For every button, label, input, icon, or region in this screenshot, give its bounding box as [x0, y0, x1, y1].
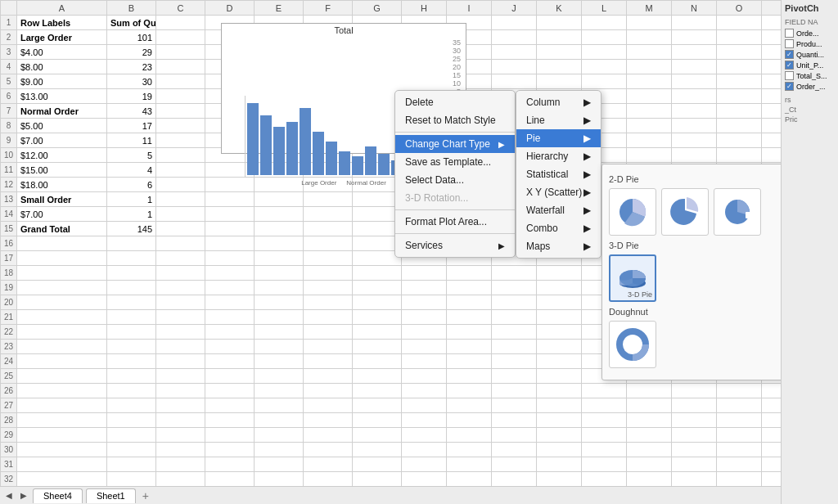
table-row[interactable]: 28 — [1, 413, 782, 428]
submenu-item-combo[interactable]: Combo ▶ — [516, 219, 601, 237]
cell-20-7[interactable] — [402, 295, 447, 310]
cell-30-9[interactable] — [492, 443, 537, 457]
cell-21-3[interactable] — [205, 310, 255, 325]
cell-23-8[interactable] — [447, 340, 492, 354]
cell-3-9[interactable] — [492, 45, 537, 60]
cell-28-5[interactable] — [304, 413, 353, 428]
field-item-5[interactable]: Order_... — [785, 82, 835, 91]
cell-24-0[interactable] — [17, 354, 107, 369]
cell-27-11[interactable] — [582, 398, 627, 413]
submenu-item-pie[interactable]: Pie ▶ — [516, 129, 601, 147]
cell-1-10[interactable] — [537, 16, 582, 30]
cell-7-15[interactable] — [762, 104, 782, 119]
field-item-1[interactable]: Produ... — [785, 39, 835, 48]
cell-31-3[interactable] — [205, 457, 255, 472]
cell-29-4[interactable] — [255, 428, 304, 443]
cell-1-0[interactable]: Row Labels — [17, 16, 107, 30]
cell-9-1[interactable]: 11 — [107, 133, 156, 148]
col-header-c[interactable]: C — [156, 1, 205, 16]
field-checkbox-4[interactable] — [785, 71, 794, 80]
cell-26-8[interactable] — [447, 384, 492, 398]
cell-5-14[interactable] — [717, 74, 762, 89]
cell-8-1[interactable]: 17 — [107, 119, 156, 133]
cell-18-2[interactable] — [156, 266, 205, 281]
cell-5-2[interactable] — [156, 74, 205, 89]
cell-32-11[interactable] — [582, 472, 627, 487]
cell-10-0[interactable]: $12.00 — [17, 148, 107, 163]
cell-22-1[interactable] — [107, 325, 156, 340]
cell-30-2[interactable] — [156, 443, 205, 457]
cell-9-2[interactable] — [156, 133, 205, 148]
cell-16-1[interactable] — [107, 236, 156, 251]
cell-7-14[interactable] — [717, 104, 762, 119]
cell-6-2[interactable] — [156, 89, 205, 104]
cell-26-14[interactable] — [717, 384, 762, 398]
cell-3-2[interactable] — [156, 45, 205, 60]
cell-28-3[interactable] — [205, 413, 255, 428]
cell-1-13[interactable] — [672, 16, 717, 30]
col-header-m[interactable]: M — [627, 1, 672, 16]
field-checkbox-2[interactable] — [785, 50, 794, 59]
cell-22-4[interactable] — [255, 325, 304, 340]
cell-20-8[interactable] — [447, 295, 492, 310]
cell-15-3[interactable] — [205, 222, 255, 236]
cell-26-12[interactable] — [627, 384, 672, 398]
cell-29-9[interactable] — [492, 428, 537, 443]
cell-31-2[interactable] — [156, 457, 205, 472]
cell-22-6[interactable] — [353, 325, 402, 340]
cell-11-1[interactable]: 4 — [107, 163, 156, 178]
field-checkbox-3[interactable] — [785, 61, 794, 70]
cell-26-4[interactable] — [255, 384, 304, 398]
cell-16-2[interactable] — [156, 236, 205, 251]
cell-25-10[interactable] — [537, 369, 582, 384]
cell-27-3[interactable] — [205, 398, 255, 413]
cell-22-5[interactable] — [304, 325, 353, 340]
cell-22-7[interactable] — [402, 325, 447, 340]
cell-16-0[interactable] — [17, 236, 107, 251]
cell-18-6[interactable] — [353, 266, 402, 281]
cell-28-12[interactable] — [627, 413, 672, 428]
cell-28-11[interactable] — [582, 413, 627, 428]
cell-26-9[interactable] — [492, 384, 537, 398]
field-item-3[interactable]: Unit_P... — [785, 61, 835, 70]
cell-32-2[interactable] — [156, 472, 205, 487]
col-header-k[interactable]: K — [537, 1, 582, 16]
cell-28-1[interactable] — [107, 413, 156, 428]
cell-28-0[interactable] — [17, 413, 107, 428]
cell-26-11[interactable] — [582, 384, 627, 398]
cell-5-1[interactable]: 30 — [107, 74, 156, 89]
cell-30-1[interactable] — [107, 443, 156, 457]
cell-5-13[interactable] — [672, 74, 717, 89]
cell-19-8[interactable] — [447, 281, 492, 295]
cell-6-14[interactable] — [717, 89, 762, 104]
cell-23-0[interactable] — [17, 340, 107, 354]
cell-27-0[interactable] — [17, 398, 107, 413]
cell-18-7[interactable] — [402, 266, 447, 281]
cell-5-15[interactable] — [762, 74, 782, 89]
cell-28-14[interactable] — [717, 413, 762, 428]
cell-18-0[interactable] — [17, 266, 107, 281]
cell-20-1[interactable] — [107, 295, 156, 310]
cell-12-0[interactable]: $18.00 — [17, 178, 107, 192]
cell-10-1[interactable]: 5 — [107, 148, 156, 163]
cell-13-4[interactable] — [255, 192, 304, 207]
cell-26-5[interactable] — [304, 384, 353, 398]
cell-8-13[interactable] — [672, 119, 717, 133]
cell-22-9[interactable] — [492, 325, 537, 340]
cell-9-13[interactable] — [672, 133, 717, 148]
cell-7-13[interactable] — [672, 104, 717, 119]
cell-2-14[interactable] — [717, 30, 762, 45]
cell-30-4[interactable] — [255, 443, 304, 457]
cell-30-8[interactable] — [447, 443, 492, 457]
cell-15-0[interactable]: Grand Total — [17, 222, 107, 236]
cell-19-3[interactable] — [205, 281, 255, 295]
col-header-e[interactable]: E — [255, 1, 304, 16]
cell-24-6[interactable] — [353, 354, 402, 369]
cell-32-1[interactable] — [107, 472, 156, 487]
cell-7-1[interactable]: 43 — [107, 104, 156, 119]
menu-item-reset-style[interactable]: Reset to Match Style — [395, 111, 515, 129]
cell-32-8[interactable] — [447, 472, 492, 487]
cell-3-0[interactable]: $4.00 — [17, 45, 107, 60]
cell-19-7[interactable] — [402, 281, 447, 295]
cell-31-15[interactable] — [762, 457, 782, 472]
